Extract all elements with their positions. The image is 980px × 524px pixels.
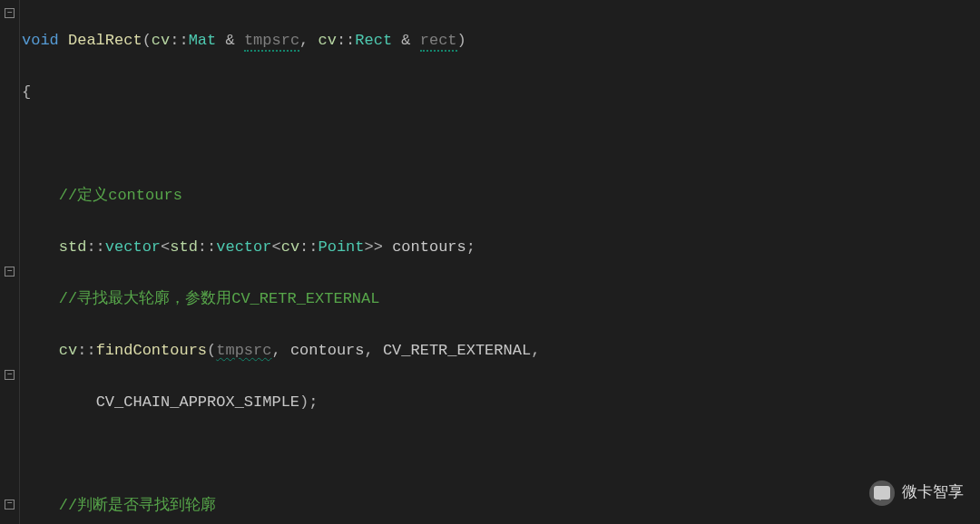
code-line: cv::findContours(tmpsrc, contours, CV_RE… <box>22 338 980 364</box>
code-line: //定义contours <box>22 183 980 209</box>
code-line <box>22 131 980 158</box>
code-line: std::vector<std::vector<cv::Point>> cont… <box>22 235 980 261</box>
fold-toggle[interactable]: − <box>0 493 19 519</box>
wechat-icon <box>869 480 895 506</box>
fold-gutter: − − − − <box>0 0 20 524</box>
fold-toggle[interactable]: − <box>0 260 19 286</box>
code-line <box>22 442 980 468</box>
code-line: void DealRect(cv::Mat & tmpsrc, cv::Rect… <box>22 28 980 54</box>
code-editor[interactable]: − − − − void DealRect(cv::Mat & tmpsrc, … <box>0 0 980 524</box>
code-line: { <box>22 80 980 106</box>
code-line: CV_CHAIN_APPROX_SIMPLE); <box>22 390 980 416</box>
code-content[interactable]: void DealRect(cv::Mat & tmpsrc, cv::Rect… <box>20 0 980 524</box>
watermark: 微卡智享 <box>869 480 964 506</box>
watermark-text: 微卡智享 <box>902 480 964 506</box>
code-line: //判断是否寻找到轮廓 <box>22 493 980 519</box>
code-line: //寻找最大轮廓，参数用CV_RETR_EXTERNAL <box>22 286 980 313</box>
fold-toggle[interactable]: − <box>0 2 19 28</box>
fold-toggle[interactable]: − <box>0 364 19 390</box>
